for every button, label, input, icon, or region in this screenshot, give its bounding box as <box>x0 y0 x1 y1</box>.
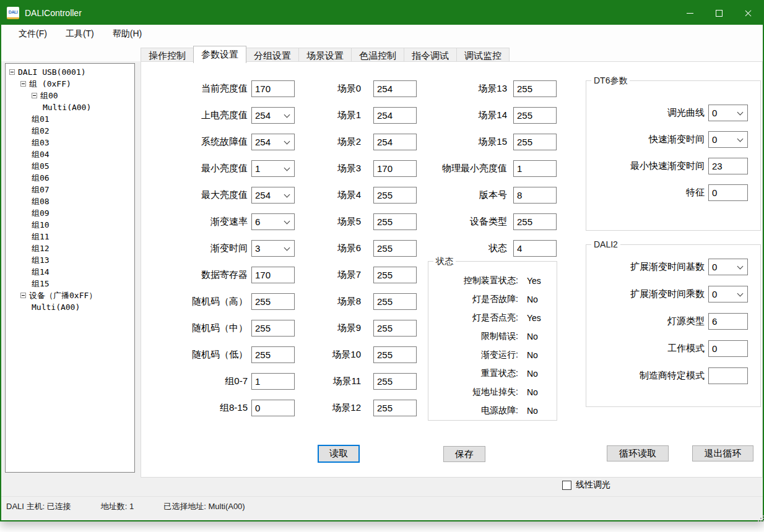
tree-item-group-07[interactable]: 组07 <box>6 184 134 195</box>
collapse-minus-icon[interactable] <box>20 293 26 298</box>
status-value-input[interactable] <box>513 240 557 257</box>
status-label: 渐变运行: <box>428 350 518 361</box>
tree-item-group-05[interactable]: 组05 <box>6 160 134 172</box>
power-on-level-combobox[interactable]: 254 <box>251 107 295 124</box>
scene-5-input[interactable] <box>373 213 417 230</box>
tree-item-group-12[interactable]: 组12 <box>6 242 134 254</box>
menu-help[interactable]: 帮助(H) <box>103 28 151 40</box>
tree-item-device-broadcast[interactable]: 设备（广播0xFF） <box>6 290 134 301</box>
tree-item-label: 设备（广播0xFF） <box>29 290 97 301</box>
scene-12-input[interactable] <box>373 400 417 416</box>
extended-fade-time-base-combobox[interactable]: 0 <box>708 259 748 275</box>
device-type-input[interactable] <box>513 213 557 230</box>
fade-time-combobox[interactable]: 3 <box>251 240 295 257</box>
scene-6-input[interactable] <box>373 240 417 257</box>
tree-item-multi-a00[interactable]: Multi(A00) <box>6 101 134 113</box>
light-source-type-input[interactable] <box>708 313 748 330</box>
resize-grip[interactable] <box>758 515 759 517</box>
tree-item-group-root[interactable]: 组 (0xFF) <box>6 78 134 90</box>
fade-rate-combobox[interactable]: 6 <box>251 213 295 230</box>
status-group-title: 状态 <box>433 256 456 267</box>
min-fast-fade-time-input[interactable] <box>708 158 748 174</box>
tab-parameter-settings[interactable]: 参数设置 <box>193 46 246 63</box>
system-failure-level-combobox[interactable]: 254 <box>251 134 295 150</box>
scene-2-input[interactable] <box>373 134 417 150</box>
maximize-icon <box>716 10 723 17</box>
collapse-minus-icon[interactable] <box>9 69 15 75</box>
random-code-low-input-label: 随机码（低） <box>156 349 248 361</box>
minimize-button[interactable] <box>675 1 705 25</box>
scene-10-input[interactable] <box>373 346 417 363</box>
chevron-down-icon <box>737 291 744 297</box>
physical-min-level-input[interactable] <box>513 160 557 177</box>
collapse-minus-icon[interactable] <box>32 93 37 98</box>
tree-item-device-multi-a00[interactable]: Multi(A00) <box>6 301 134 313</box>
tree-item-group-11[interactable]: 组11 <box>6 231 134 242</box>
field-row: 场景4 <box>299 187 417 204</box>
scene-13-input[interactable] <box>513 80 557 97</box>
field-row: 制造商特定模式 <box>596 367 760 384</box>
min-level-combobox[interactable]: 1 <box>251 160 295 177</box>
tree-item-group-00[interactable]: 组00 <box>6 90 134 101</box>
close-icon <box>744 9 752 17</box>
max-level-combobox[interactable]: 254 <box>251 187 295 204</box>
group-8-15-input[interactable] <box>251 400 295 416</box>
scene-14-input-label: 场景14 <box>420 109 507 121</box>
scene-9-input-label: 场景9 <box>299 322 361 334</box>
extended-fade-time-multiplier-combobox[interactable]: 0 <box>708 286 748 302</box>
dali2-groupbox: DALI2 扩展渐变时间基数0扩展渐变时间乘数0灯源类型工作模式制造商特定模式 <box>586 244 761 407</box>
operating-mode-input[interactable] <box>708 340 748 357</box>
scene-3-input[interactable] <box>373 160 417 177</box>
tree-item-group-13[interactable]: 组13 <box>6 254 134 266</box>
tree-item-label: 组06 <box>32 172 50 184</box>
fade-time-combobox-label: 渐变时间 <box>156 242 248 254</box>
fast-fade-time-combobox[interactable]: 0 <box>708 131 748 148</box>
dt6-groupbox: DT6参数 调光曲线0快速渐变时间0最小快速渐变时间特征 <box>586 80 761 231</box>
tree-item-group-02[interactable]: 组02 <box>6 125 134 137</box>
scene-8-input[interactable] <box>373 293 417 310</box>
tree-item-group-03[interactable]: 组03 <box>6 137 134 148</box>
tree-item-group-01[interactable]: 组01 <box>6 113 134 125</box>
menu-tools[interactable]: 工具(T) <box>56 28 103 40</box>
dimming-curve-combobox-label: 调光曲线 <box>596 107 705 119</box>
save-button[interactable]: 保存 <box>443 446 485 462</box>
tree-item-group-08[interactable]: 组08 <box>6 195 134 207</box>
data-register-input[interactable] <box>251 267 295 283</box>
menu-file[interactable]: 文件(F) <box>9 28 56 40</box>
read-button[interactable]: 读取 <box>318 445 360 463</box>
random-code-low-input[interactable] <box>251 346 295 363</box>
manufacturer-specific-mode-input[interactable] <box>708 367 748 384</box>
scene-7-input[interactable] <box>373 267 417 283</box>
tree-item-group-15[interactable]: 组15 <box>6 278 134 290</box>
tree-item-group-14[interactable]: 组14 <box>6 266 134 278</box>
dimming-curve-combobox[interactable]: 0 <box>708 105 748 121</box>
tree-item-label: 组09 <box>32 207 50 219</box>
tree-item-group-10[interactable]: 组10 <box>6 219 134 231</box>
tree-item-group-06[interactable]: 组06 <box>6 172 134 184</box>
scene-9-input[interactable] <box>373 320 417 337</box>
scene-0-input[interactable] <box>373 80 417 97</box>
scene-15-input[interactable] <box>513 134 557 150</box>
scene-1-input[interactable] <box>373 107 417 124</box>
exit-loop-button[interactable]: 退出循环 <box>692 445 753 461</box>
scene-4-input[interactable] <box>373 187 417 204</box>
data-register-input-label: 数据寄存器 <box>156 269 248 281</box>
maximize-button[interactable] <box>705 1 734 25</box>
version-number-input[interactable] <box>513 187 557 204</box>
scene-5-input-label: 场景5 <box>299 216 361 228</box>
collapse-minus-icon[interactable] <box>20 81 26 87</box>
random-code-mid-input[interactable] <box>251 320 295 337</box>
group-0-7-input[interactable] <box>251 373 295 390</box>
linear-dimming-checkbox[interactable] <box>562 481 571 490</box>
scene-14-input[interactable] <box>513 107 557 124</box>
tree-item-dali-usb[interactable]: DALI USB(0001) <box>6 66 134 78</box>
features-input[interactable] <box>708 184 748 201</box>
tree-item-group-09[interactable]: 组09 <box>6 207 134 219</box>
tree-item-group-04[interactable]: 组04 <box>6 148 134 160</box>
random-code-high-input[interactable] <box>251 293 295 310</box>
close-button[interactable] <box>734 1 763 25</box>
field-row: 场景13 <box>420 80 557 97</box>
scene-11-input[interactable] <box>373 373 417 390</box>
loop-read-button[interactable]: 循环读取 <box>607 445 669 461</box>
current-level-input[interactable] <box>251 80 295 97</box>
